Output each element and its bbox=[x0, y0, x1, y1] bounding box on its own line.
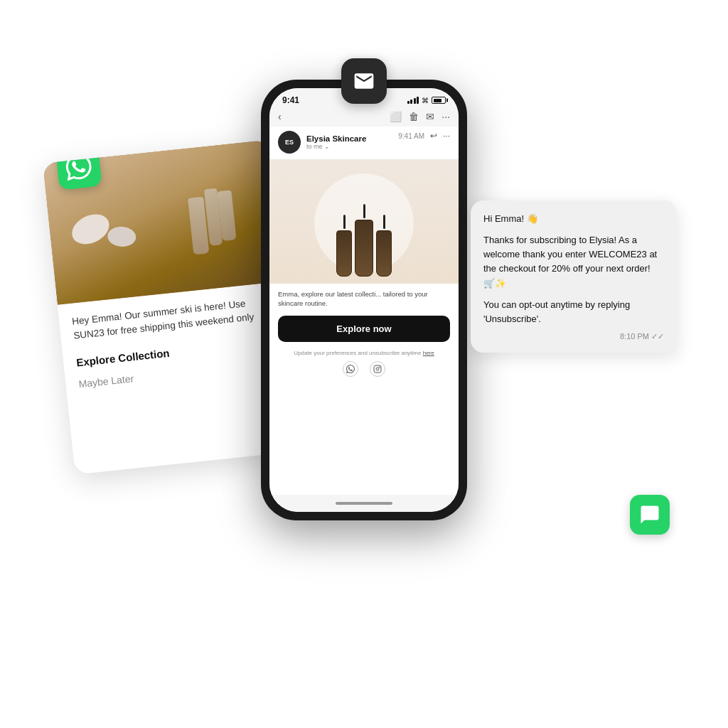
sender-name: Elysia Skincare bbox=[306, 134, 366, 143]
email-actions: 9:41 AM ↩ ··· bbox=[398, 131, 450, 141]
whatsapp-icon bbox=[55, 144, 102, 191]
wifi-icon: ⌘ bbox=[422, 97, 429, 105]
battery-icon bbox=[432, 97, 446, 104]
trash-icon[interactable]: 🗑 bbox=[409, 111, 419, 122]
email-toolbar: ‹ ⬜ 🗑 ✉ ··· bbox=[269, 108, 459, 127]
phone: 9:41 ⌘ ‹ bbox=[261, 80, 467, 520]
whatsapp-social-icon[interactable] bbox=[343, 361, 358, 377]
sms-greeting: Hi Emma! 👋 bbox=[483, 212, 664, 226]
serum-bottle-3 bbox=[376, 215, 392, 277]
more-icon[interactable]: ··· bbox=[441, 111, 450, 122]
sender-to: to me ⌄ bbox=[306, 143, 366, 150]
sms-optout-text: You can opt-out anytime by replying 'Uns… bbox=[483, 298, 664, 326]
serums-display bbox=[336, 204, 392, 277]
sms-bubble: Hi Emma! 👋 Thanks for subscribing to Ely… bbox=[471, 200, 677, 353]
phone-screen: 9:41 ⌘ ‹ bbox=[269, 88, 459, 512]
social-icons bbox=[278, 357, 450, 381]
sms-body-text: Thanks for subscribing to Elysia! As a w… bbox=[483, 233, 664, 291]
mail-app-icon bbox=[341, 58, 387, 104]
unsubscribe-text: Update your preferences and unsubscribe … bbox=[278, 349, 450, 357]
email-body-text: Emma, explore our latest collecti... tai… bbox=[278, 289, 450, 309]
imessage-icon bbox=[630, 495, 670, 535]
email-time: 9:41 AM bbox=[398, 132, 424, 140]
status-time: 9:41 bbox=[282, 95, 299, 105]
read-receipts-icon: ✓✓ bbox=[651, 332, 664, 341]
whatsapp-message-text: Hey Emma! Our summer ski is here! Use SU… bbox=[71, 294, 275, 343]
serum-bottle-1 bbox=[336, 215, 352, 277]
svg-rect-0 bbox=[374, 365, 381, 373]
email-text-section: Emma, explore our latest collecti... tai… bbox=[269, 284, 459, 387]
archive-icon[interactable]: ⬜ bbox=[390, 111, 402, 122]
product-image-area bbox=[269, 159, 459, 284]
email-header: ES Elysia Skincare to me ⌄ 9:41 AM ↩ ··· bbox=[269, 127, 459, 159]
reply-icon[interactable]: ↩ bbox=[430, 131, 437, 141]
svg-point-2 bbox=[379, 367, 380, 368]
serum-bottle-2 bbox=[355, 204, 373, 277]
sender-avatar: ES bbox=[278, 131, 301, 154]
unsubscribe-link[interactable]: here bbox=[423, 350, 434, 356]
sms-time: 8:10 PM ✓✓ bbox=[483, 332, 664, 341]
home-indicator bbox=[269, 495, 459, 512]
email-body: Emma, explore our latest collecti... tai… bbox=[269, 159, 459, 495]
instagram-social-icon[interactable] bbox=[370, 361, 385, 377]
mail-icon[interactable]: ✉ bbox=[426, 111, 434, 122]
explore-now-button[interactable]: Explore now bbox=[278, 316, 450, 342]
signal-bars-icon bbox=[407, 97, 419, 104]
sender-info: ES Elysia Skincare to me ⌄ bbox=[278, 131, 366, 154]
back-icon[interactable]: ‹ bbox=[278, 111, 282, 122]
home-bar bbox=[336, 502, 392, 505]
scene: Hey Emma! Our summer ski is here! Use SU… bbox=[44, 44, 684, 684]
status-icons: ⌘ bbox=[407, 97, 446, 105]
email-more-icon[interactable]: ··· bbox=[443, 131, 450, 141]
svg-point-1 bbox=[376, 368, 379, 370]
